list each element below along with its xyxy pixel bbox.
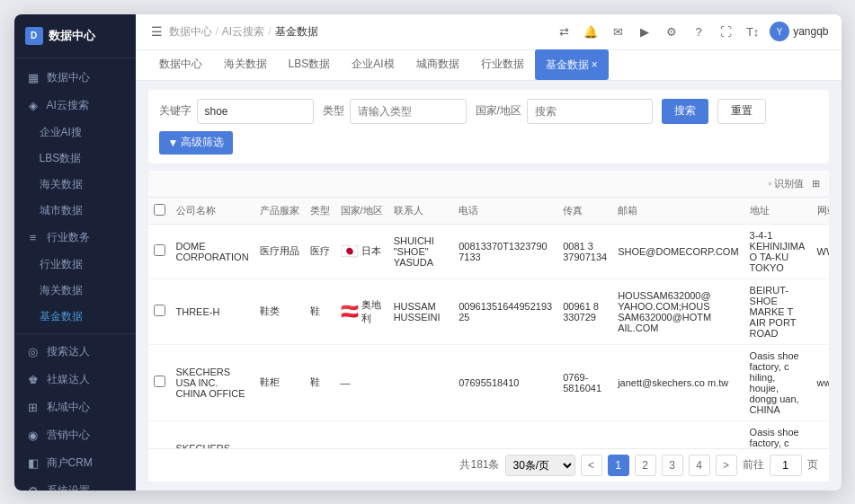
sidebar-sub-city[interactable]: 城市数据 — [40, 198, 136, 224]
row-email: 14 — [612, 420, 744, 448]
tab-fund[interactable]: 基金数据 × — [535, 49, 609, 80]
prev-page-btn[interactable]: < — [581, 455, 602, 476]
help-icon[interactable]: ? — [689, 22, 708, 41]
row-phone: 07695518410 — [453, 420, 557, 448]
row-supplier: 鞋柜 — [254, 420, 305, 448]
sidebar-item-label: 私域中心 — [47, 400, 90, 415]
next-page-btn[interactable]: > — [716, 455, 737, 476]
sidebar-sub-enterprise[interactable]: 企业AI搜 — [40, 119, 136, 146]
row-country: 🇦🇹奥地利 — [335, 279, 388, 344]
tab-industry[interactable]: 行业数据 — [470, 49, 535, 80]
tab-datacenter[interactable]: 数据中心 — [148, 49, 213, 80]
row-phone: 07695518410 — [453, 344, 557, 420]
breadcrumb: 数据中心 / AI云搜索 / 基金数据 — [169, 24, 318, 40]
type-input[interactable] — [350, 99, 467, 124]
topbar-user[interactable]: Y yangqb — [770, 22, 828, 41]
row-website: www.skechers.com... — [812, 344, 829, 420]
tab-customs[interactable]: 海关数据 — [213, 49, 278, 80]
font-icon[interactable]: T↕ — [743, 22, 762, 41]
sidebar-item-social[interactable]: ♚ 社媒达人 — [14, 366, 136, 393]
page-btn-3[interactable]: 3 — [662, 455, 683, 476]
breadcrumb-1[interactable]: 数据中心 — [169, 24, 212, 40]
fullscreen-icon[interactable]: ⛶ — [716, 22, 735, 41]
tab-city[interactable]: 城商数据 — [405, 49, 470, 80]
table-scroll[interactable]: 公司名称 产品服家 类型 国家/地区 联系人 电话 传真 邮箱 地址 网站 操作 — [148, 198, 829, 448]
sidebar-logo: D 数据中心 — [14, 14, 136, 58]
sidebar-sub-sea-data[interactable]: 海关数据 — [40, 278, 136, 304]
row-supplier: 鞋柜 — [254, 344, 305, 420]
row-checkbox-cell — [148, 344, 171, 420]
sidebar-item-label: 系统设置 — [47, 483, 90, 491]
col-type: 类型 — [305, 198, 335, 225]
row-checkbox[interactable] — [154, 376, 165, 387]
row-phone: 00961351644952193 25 — [453, 279, 557, 344]
tab-lbs[interactable]: LBS数据 — [278, 49, 342, 80]
select-all-checkbox[interactable] — [154, 204, 165, 216]
row-checkbox[interactable] — [154, 244, 165, 256]
row-address: Oasis shoe factory, c hiling, houjie, do… — [744, 420, 812, 448]
keyword-input[interactable] — [197, 99, 314, 124]
social-icon: ♚ — [27, 373, 40, 385]
bell-icon[interactable]: 🔔 — [581, 22, 601, 41]
keyword-label: 关键字 — [159, 103, 191, 119]
page-content: 关键字 类型 国家/地区 搜索 重置 ▼ — [136, 81, 842, 491]
sidebar-item-search-pro[interactable]: ◎ 搜索达人 — [14, 338, 136, 366]
sidebar-item-crm[interactable]: ◧ 商户CRM — [14, 449, 136, 477]
sidebar-item-marketing[interactable]: ◉ 营销中心 — [14, 421, 136, 449]
row-type: 鞋 — [305, 344, 335, 420]
sidebar-item-label: 行业数务 — [47, 230, 90, 245]
marketing-icon: ◉ — [27, 429, 40, 441]
menu-icon[interactable]: ☰ — [148, 22, 165, 41]
country-input[interactable] — [527, 99, 653, 124]
page-btn-2[interactable]: 2 — [635, 455, 656, 476]
breadcrumb-sep1: / — [216, 25, 218, 38]
jump-input[interactable] — [770, 455, 802, 476]
page-btn-4[interactable]: 4 — [689, 455, 710, 476]
settings2-icon[interactable]: ⚙ — [662, 22, 681, 41]
sidebar-item-datacenter[interactable]: ▦ 数据中心 — [14, 64, 136, 92]
mail-icon[interactable]: ✉ — [608, 22, 628, 41]
row-email: SHOE@DOMECORP.COM — [612, 224, 744, 279]
sidebar-item-ai[interactable]: ◈ AI云搜索 — [14, 92, 136, 119]
search-button[interactable]: 搜索 — [662, 99, 708, 124]
column-settings-icon[interactable]: ⊞ — [812, 178, 820, 190]
sidebar-item-settings[interactable]: ⚙ 系统设置 — [14, 477, 136, 491]
col-address: 地址 — [744, 198, 812, 225]
video-icon[interactable]: ▶ — [635, 22, 655, 41]
sidebar-sub-lbs[interactable]: LBS数据 — [40, 146, 136, 172]
row-supplier: 鞋类 — [254, 279, 305, 344]
sidebar-sub-fund-data[interactable]: 基金数据 — [40, 304, 136, 330]
translate-icon[interactable]: ⇄ — [554, 22, 574, 41]
row-type: 医疗 — [305, 224, 335, 279]
filter-bar: 关键字 类型 国家/地区 搜索 重置 ▼ — [148, 90, 829, 164]
per-page-select[interactable]: 30条/页 50条/页 100条/页 — [505, 455, 575, 476]
sidebar-item-industry[interactable]: ≡ 行业数务 — [14, 224, 136, 252]
sidebar-item-label: 商户CRM — [47, 455, 93, 471]
row-fax: 0081 3 37907134 — [557, 224, 612, 279]
search-pro-icon: ◎ — [27, 345, 40, 358]
username: yangqb — [793, 25, 828, 38]
row-contact — [388, 344, 454, 420]
nav-tabs: 数据中心 海关数据 LBS数据 企业AI模 城商数据 行业数据 基金数据 × — [136, 50, 842, 81]
row-fax: 0769-5816041 — [557, 420, 612, 448]
sidebar-sub-customs[interactable]: 海关数据 — [40, 172, 136, 198]
sidebar-sub-industry-data[interactable]: 行业数据 — [40, 252, 136, 278]
advanced-filter-button[interactable]: ▼ 高级筛选 — [159, 131, 234, 155]
sidebar-item-label: 数据中心 — [47, 70, 90, 85]
row-checkbox[interactable] — [154, 305, 165, 316]
reset-button[interactable]: 重置 — [717, 99, 766, 124]
add-icon: ▼ — [168, 137, 179, 149]
page-btn-1[interactable]: 1 — [608, 455, 629, 476]
row-company: SKECHERS USA INC. CHINA OFFICE — [171, 420, 254, 448]
divider1 — [14, 333, 136, 334]
datacenter-icon: ▦ — [27, 71, 40, 84]
table-row: SKECHERS USA INC. CHINA OFFICE 鞋柜 鞋 — 07… — [148, 344, 829, 420]
breadcrumb-2[interactable]: AI云搜索 — [222, 24, 264, 40]
data-table-wrap: ◦ 识别值 ⊞ 公司名称 产品服家 类型 国家/地区 — [148, 171, 829, 482]
sidebar-sub-industry: 行业数据 海关数据 基金数据 — [14, 252, 136, 330]
tab-enterprise-ai[interactable]: 企业AI模 — [341, 49, 405, 80]
sort-label[interactable]: ◦ 识别值 — [769, 177, 805, 190]
row-address: Oasis shoe factory, c hiling, houjie, do… — [744, 344, 812, 420]
row-country: — — [335, 420, 388, 448]
sidebar-item-private[interactable]: ⊞ 私域中心 — [14, 393, 136, 421]
